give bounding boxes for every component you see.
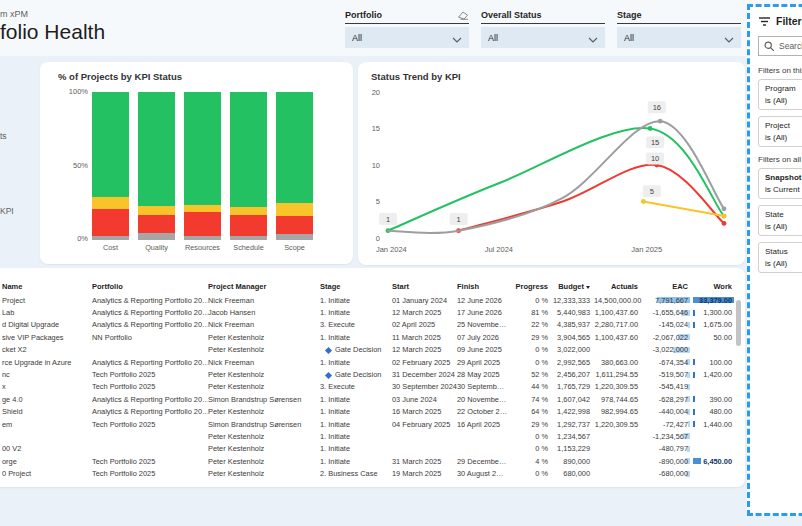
cropped-text-fragment: ts (0, 131, 7, 141)
bar-segment-green[interactable] (138, 92, 175, 206)
bar-segment-yellow[interactable] (184, 205, 221, 212)
bar-segment-red[interactable] (92, 209, 129, 236)
col-header-finish[interactable]: Finish (457, 282, 514, 291)
col-header-work[interactable]: Work (692, 282, 736, 291)
table-row[interactable]: orgeTech Portfolio 2025Peter Kestenholz1… (2, 455, 736, 467)
filter-card-project[interactable]: Projectis (All) (758, 116, 802, 147)
bar-schedule[interactable] (230, 92, 267, 240)
bar-x-axis: CostQualityResourcesScheduleScope (92, 243, 340, 252)
slicer-label-row: Stage (617, 8, 741, 24)
eac-value: -519,507 (659, 370, 688, 379)
cell-progress: 81 % (514, 308, 552, 317)
cell-actuals: 2,280,717.00 (594, 320, 642, 329)
bar-segment-gray[interactable] (276, 234, 313, 240)
eac-value: -628,297 (659, 395, 688, 404)
data-label: 5 (650, 187, 654, 196)
col-header-progress[interactable]: Progress (514, 282, 552, 291)
cell-name: x (2, 382, 92, 391)
filter-card-status[interactable]: Statusis (All) (758, 242, 802, 273)
table-row[interactable]: ncTech Portfolio 2025Peter KestenholzGat… (2, 368, 736, 380)
bar-segment-green[interactable] (276, 92, 313, 203)
cell-stage: Gate Decision (320, 345, 392, 354)
table-row[interactable]: sive VIP PackagesNN PortfolioPeter Keste… (2, 331, 736, 343)
bar-chart-title: % of Projects by KPI Status (58, 71, 182, 82)
col-header-budget[interactable]: Budget (552, 282, 594, 291)
col-header-actuals[interactable]: Actuals (594, 282, 642, 291)
table-row[interactable]: LabAnalytics & Reporting Portfolio 20…Ja… (2, 306, 736, 318)
slicer-dropdown-portfolio[interactable]: All (345, 27, 469, 48)
table-row[interactable]: Peter Kestenholz1. Initiate0 %1,234,567-… (2, 430, 736, 442)
filter-card-program[interactable]: Programis (All) (758, 79, 802, 110)
cell-stage: 1. Initiate (320, 407, 392, 416)
line-y-tick: 5 (376, 197, 380, 206)
eraser-icon[interactable] (457, 6, 469, 24)
bar-segment-yellow[interactable] (230, 207, 267, 214)
table-row[interactable]: rce Upgrade in AzureAnalytics & Reportin… (2, 356, 736, 368)
bar-resources[interactable] (184, 92, 221, 240)
filter-search-input[interactable]: Search (758, 36, 802, 56)
cell-progress: 0 % (514, 432, 552, 441)
bar-segment-red[interactable] (138, 215, 175, 233)
col-header-eac[interactable]: EAC (642, 282, 692, 291)
cell-name: em (2, 420, 92, 429)
bar-segment-green[interactable] (184, 92, 221, 204)
status-trend-line-chart-card: Status Trend by KPI 05101520Jan 2024Jul … (358, 62, 745, 265)
cell-eac: -2,067,022 (642, 333, 692, 342)
col-header-stage[interactable]: Stage (320, 282, 392, 291)
cell-project-manager: Nick Freeman (208, 320, 320, 329)
slicer-label: Portfolio (345, 10, 382, 20)
table-scrollbar[interactable] (736, 300, 741, 346)
bar-segment-red[interactable] (276, 216, 313, 234)
cell-work: 1,440.00 (692, 420, 736, 429)
col-header-project-manager[interactable]: Project Manager (208, 282, 320, 291)
col-header-start[interactable]: Start (392, 282, 457, 291)
bar-segment-yellow[interactable] (92, 197, 129, 209)
table-row[interactable]: emTech Portfolio 2025Simon Brandstrup Sø… (2, 418, 736, 430)
cell-project-manager: Peter Kestenholz (208, 407, 320, 416)
col-header-name[interactable]: Name (2, 282, 92, 291)
table-row[interactable]: ge 4.0Analytics & Reporting Portfolio 20… (2, 393, 736, 405)
cell-name: 0 Project (2, 469, 92, 478)
col-header-portfolio[interactable]: Portfolio (92, 282, 208, 291)
slicer-dropdown-overall-status[interactable]: All (481, 27, 605, 48)
filter-card-state[interactable]: Stateis (All) (758, 205, 802, 236)
bar-segment-green[interactable] (230, 92, 267, 207)
cell-name: cket X2 (2, 345, 92, 354)
table-row[interactable]: 00 V2Peter Kestenholz1. Initiate0 %1,153… (2, 443, 736, 455)
bar-segment-gray[interactable] (230, 236, 267, 240)
bar-segment-gray[interactable] (138, 233, 175, 240)
bar-segment-gray[interactable] (92, 236, 129, 240)
table-row[interactable]: cket X2Peter KestenholzGate Decision12 M… (2, 344, 736, 356)
table-row[interactable]: 0 ProjectTech Portfolio 2025Peter Kesten… (2, 467, 736, 479)
table-row[interactable]: xTech Portfolio 2025Peter Kestenholz3. E… (2, 381, 736, 393)
work-data-bar (693, 322, 695, 328)
cell-budget: 2,456,207 (552, 370, 594, 379)
cell-progress: 0 % (514, 296, 552, 305)
slicer-value: All (624, 33, 634, 43)
bar-cost[interactable] (92, 92, 129, 240)
slicer-dropdown-stage[interactable]: All (617, 27, 741, 48)
bar-segment-yellow[interactable] (138, 206, 175, 215)
bar-segment-gray[interactable] (184, 236, 221, 240)
cell-project-manager: Peter Kestenholz (208, 469, 320, 478)
cell-eac: -628,297 (642, 395, 692, 404)
bar-segment-red[interactable] (230, 215, 267, 236)
bar-quality[interactable] (138, 92, 175, 240)
table-row[interactable]: ShieldAnalytics & Reporting Portfolio 20… (2, 406, 736, 418)
line-series-gray (388, 121, 724, 233)
table-row[interactable]: d Digital UpgradeAnalytics & Reporting P… (2, 319, 736, 331)
bar-segment-red[interactable] (184, 212, 221, 236)
filter-card-snapshot[interactable]: Snapshotis Current Snapshot (758, 168, 802, 199)
bar-segment-yellow[interactable] (276, 203, 313, 216)
eac-value: -1,655,646 (653, 308, 688, 317)
eac-value: -2,067,022 (653, 333, 688, 342)
cell-name: nc (2, 370, 92, 379)
bar-segment-green[interactable] (92, 92, 129, 197)
cell-project-manager: Jacob Hansen (208, 308, 320, 317)
cell-project-manager: Peter Kestenholz (208, 382, 320, 391)
page-title: folio Health (0, 20, 105, 44)
bar-scope[interactable] (276, 92, 313, 240)
line-y-tick: 10 (372, 161, 380, 170)
cell-stage: 2. Business Case (320, 469, 392, 478)
table-row[interactable]: ProjectAnalytics & Reporting Portfolio 2… (2, 294, 736, 306)
